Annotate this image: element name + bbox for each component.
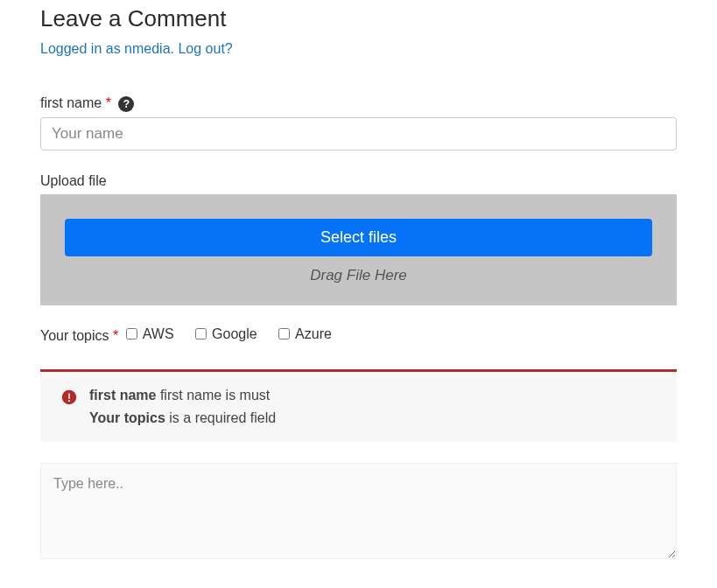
validation-message: Your topics is a required field [89,410,276,426]
validation-message: first name first name is must [89,388,276,403]
help-icon[interactable]: ? [118,96,134,112]
svg-rect-1 [68,393,70,399]
topic-option-label: Azure [295,326,332,342]
topic-option-azure[interactable]: Azure [278,326,332,342]
alert-icon [61,389,77,405]
logout-link[interactable]: Log out? [178,41,232,56]
topic-option-aws[interactable]: AWS [126,326,174,342]
required-star: * [106,95,111,110]
svg-point-2 [68,400,70,402]
login-status: Logged in as nmedia. Log out? [40,41,233,57]
upload-file-label: Upload file [40,173,677,189]
checkbox-aws[interactable] [126,328,137,340]
topic-option-label: AWS [143,326,174,342]
validation-field-name: first name [89,388,156,402]
topics-row: Your topics * AWS Google Azure [40,326,677,344]
checkbox-google[interactable] [195,328,207,340]
topics-label: Your topics [40,327,109,342]
topic-option-google[interactable]: Google [195,326,257,342]
first-name-label: first name * ? [40,95,677,112]
first-name-input[interactable] [40,117,677,150]
first-name-label-text: first name [40,95,102,110]
checkbox-azure[interactable] [278,328,290,340]
username-link[interactable]: nmedia [124,41,170,56]
comment-textarea[interactable] [40,463,677,559]
required-star: * [113,327,118,342]
login-prefix: Logged in as [40,41,124,56]
validation-error-box: first name first name is must Your topic… [40,369,677,442]
page-title: Leave a Comment [40,5,677,32]
upload-dropzone[interactable]: Select files Drag File Here [40,194,677,305]
topic-option-label: Google [212,326,257,342]
drag-file-caption: Drag File Here [65,267,652,284]
validation-field-name: Your topics [89,410,165,425]
select-files-button[interactable]: Select files [65,219,652,256]
validation-text: is a required field [169,410,276,425]
validation-text: first name is must [160,388,270,402]
